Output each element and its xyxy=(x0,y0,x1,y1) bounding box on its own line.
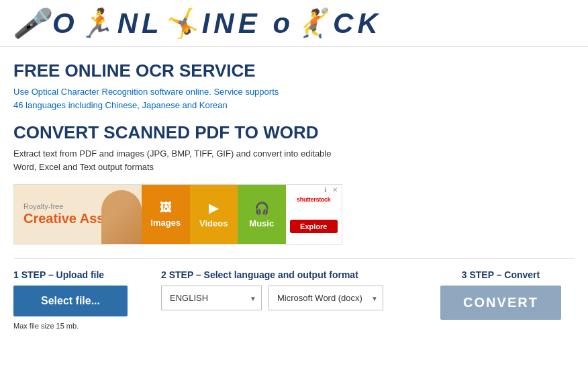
info-icon[interactable]: ℹ xyxy=(324,186,327,193)
logo: 🎤 O 🏃 N L 🤸 I N E o 🤾 C K xyxy=(13,7,381,40)
language-select-wrapper: ENGLISH FRENCH GERMAN SPANISH CHINESE JA… xyxy=(161,286,262,310)
ad-explore-panel: ℹ ✕ shutterstock Explore xyxy=(286,185,342,244)
max-size-text: Max file size 15 mb. xyxy=(13,322,148,330)
ad-right-panel: 🖼 Images ▶ Videos 🎧 Music ℹ ✕ shuttersto… xyxy=(142,185,342,244)
select-file-button[interactable]: Select file... xyxy=(13,286,128,316)
ad-music-label: Music xyxy=(249,218,274,228)
step1-label: 1 STEP – Upload file xyxy=(13,269,148,280)
step-3-section: 3 STEP – Convert CONVERT xyxy=(440,269,575,320)
step-1-section: 1 STEP – Upload file Select file... Max … xyxy=(13,269,148,330)
step3-label: 3 STEP – Convert xyxy=(440,269,561,280)
videos-icon: ▶ xyxy=(209,201,218,216)
service-title: FREE ONLINE OCR SERVICE xyxy=(13,60,575,81)
ad-person-image xyxy=(101,190,142,244)
ad-left-panel: Royalty-free Creative Assets xyxy=(14,185,142,244)
ad-music-tile[interactable]: 🎧 Music xyxy=(238,185,286,244)
step2-label: 2 STEP – Select language and output form… xyxy=(161,269,427,280)
ad-videos-label: Videos xyxy=(199,218,228,228)
music-icon: 🎧 xyxy=(254,201,269,216)
convert-button[interactable]: CONVERT xyxy=(440,286,561,320)
convert-title: CONVERT SCANNED PDF TO WORD xyxy=(13,122,575,143)
explore-button[interactable]: Explore xyxy=(290,220,338,233)
step-2-section: 2 STEP – Select language and output form… xyxy=(148,269,440,310)
steps-row: 1 STEP – Upload file Select file... Max … xyxy=(13,269,575,337)
language-select[interactable]: ENGLISH FRENCH GERMAN SPANISH CHINESE JA… xyxy=(161,286,262,310)
format-select[interactable]: Microsoft Word (docx) Microsoft Excel (x… xyxy=(268,286,383,310)
ad-images-tile[interactable]: 🖼 Images xyxy=(142,185,190,244)
close-icon[interactable]: ✕ xyxy=(332,186,338,193)
ad-banner: Royalty-free Creative Assets 🖼 Images ▶ … xyxy=(13,184,342,245)
main-content: FREE ONLINE OCR SERVICE Use Optical Char… xyxy=(0,47,588,343)
convert-description: Extract text from PDF and images (JPG, B… xyxy=(13,147,575,173)
step2-selects: ENGLISH FRENCH GERMAN SPANISH CHINESE JA… xyxy=(161,286,427,310)
service-description: Use Optical Character Recognition softwa… xyxy=(13,85,575,112)
ad-videos-tile[interactable]: ▶ Videos xyxy=(190,185,238,244)
divider xyxy=(13,258,575,259)
ad-images-label: Images xyxy=(150,218,181,228)
format-select-wrapper: Microsoft Word (docx) Microsoft Excel (x… xyxy=(268,286,383,310)
images-icon: 🖼 xyxy=(160,201,172,215)
header: 🎤 O 🏃 N L 🤸 I N E o 🤾 C K xyxy=(0,0,588,47)
shutterstock-logo: shutterstock xyxy=(297,196,330,203)
